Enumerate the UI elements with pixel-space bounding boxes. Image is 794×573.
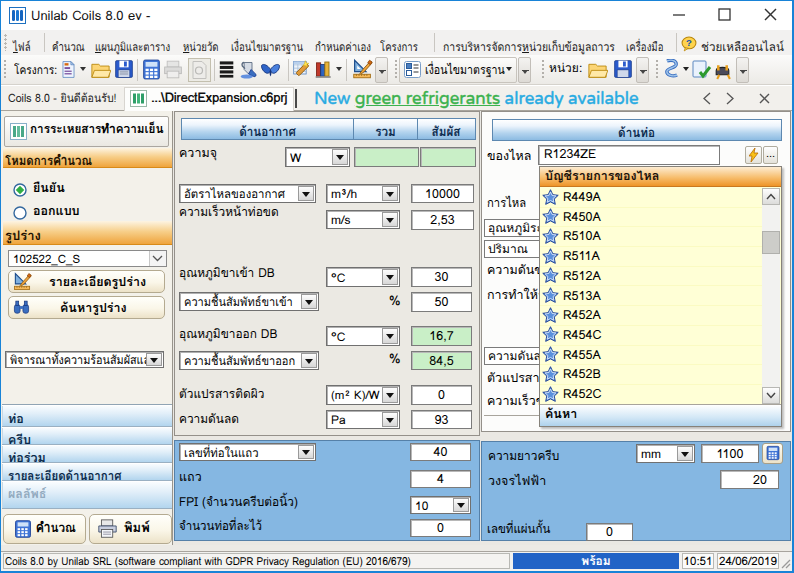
svg-text:?: ? bbox=[686, 37, 692, 48]
